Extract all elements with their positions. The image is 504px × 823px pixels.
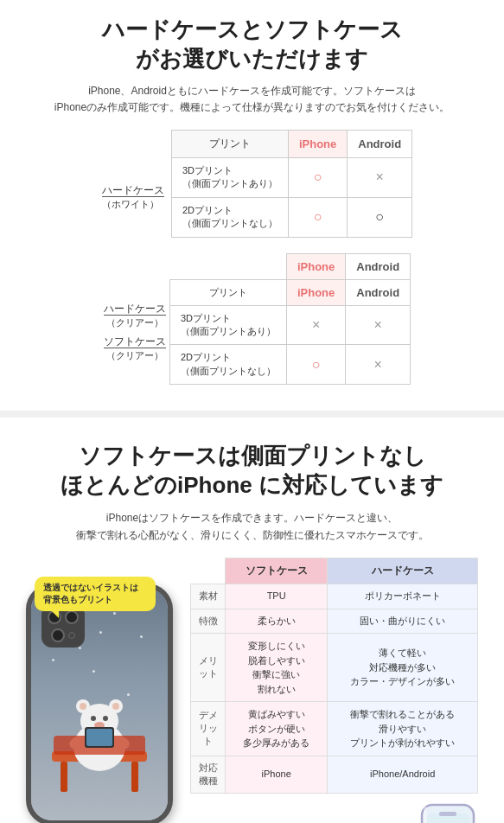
table2-col-android2: Android [346, 279, 411, 305]
clear-phone-mockup [418, 801, 478, 823]
table1-wrapper: プリント iPhone Android ハードケース （ホワイト） 3Dプリント… [17, 130, 487, 238]
phone-screen [31, 589, 168, 820]
table1-col-print: プリント [171, 130, 288, 157]
compare-row-merit: メリット 変形しにくい脱着しやすい衝撃に強い割れない 薄くて軽い対応機種が多いカ… [191, 634, 478, 702]
hard-white-label: ハードケース [102, 184, 164, 197]
merit-soft: 変形しにくい脱着しやすい衝撃に強い割れない [226, 634, 328, 702]
hard-clear-sublabel: （クリアー） [106, 317, 163, 328]
demerit-label: デメリット [191, 702, 226, 756]
device-soft: iPhone [226, 756, 328, 794]
svg-rect-16 [86, 729, 112, 746]
device-hard: iPhone/Android [328, 756, 478, 794]
svg-rect-21 [424, 807, 427, 823]
svg-rect-2 [131, 762, 138, 792]
merit-label: メリット [191, 634, 226, 702]
table2-row2-android-mark: × [373, 357, 381, 372]
table2-col-print-header: プリント [169, 279, 286, 305]
svg-point-8 [112, 703, 119, 710]
svg-rect-1 [61, 762, 67, 792]
table1-row1-iphone-mark: ○ [314, 169, 322, 184]
demerit-hard: 衝撃で割れることがある滑りやすいプリントが剥がれやすい [328, 702, 478, 756]
compare-header-soft: ソフトケース [226, 558, 328, 584]
hard-white-sublabel: （ホワイト） [102, 199, 159, 209]
section2: ソフトケースは側面プリントなしほとんどのiPhone に対応しています iPho… [0, 426, 504, 823]
device-label: 対応機種 [191, 756, 226, 794]
camera-lens-2 [65, 610, 79, 624]
table2-row1-android-mark: × [373, 317, 381, 332]
bear-svg [35, 673, 164, 812]
compare-col: ソフトケース ハードケース 素材 TPU ポリカーボネート 特徴 柔らかい 固い… [190, 558, 478, 823]
camera-flash [68, 632, 75, 639]
phone-wrapper: 透過ではないイラストは 背景色もプリント [26, 584, 182, 823]
compare-header-hard: ハードケース [328, 558, 478, 584]
feature-soft: 柔らかい [226, 609, 328, 633]
table2-col-iphone2: iPhone [286, 279, 345, 305]
table1-col-iphone: iPhone [288, 130, 347, 157]
section1: ハードケースとソフトケースがお選びいただけます iPhone、Androidとも… [0, 0, 504, 402]
speech-bubble-top: 透過ではないイラストは 背景色もプリント [35, 577, 156, 611]
table2-row2-iphone-mark: ○ [312, 357, 321, 372]
feature-label: 特徴 [191, 609, 226, 633]
merit-hard: 薄くて軽い対応機種が多いカラー・デザインが多い [328, 634, 478, 702]
phone-mockup [26, 584, 173, 823]
svg-point-7 [80, 703, 86, 710]
table2-col-android: Android [346, 253, 411, 279]
material-hard: ポリカーボネート [328, 584, 478, 609]
table1-col-android: Android [348, 130, 412, 157]
table1-row1-print: 3Dプリント（側面プリントあり） [171, 157, 288, 197]
compare-row-device: 対応機種 iPhone iPhone/Android [191, 756, 478, 794]
soft-clear-sublabel: （クリアー） [106, 350, 163, 360]
soft-clear-label: ソフトケース [104, 335, 166, 348]
compare-table: ソフトケース ハードケース 素材 TPU ポリカーボネート 特徴 柔らかい 固い… [190, 558, 478, 794]
table2-row1-iphone-mark: × [312, 317, 320, 332]
material-soft: TPU [226, 584, 328, 609]
compare-row-demerit: デメリット 黄ばみやすいボタンが硬い多少厚みがある 衝撃で割れることがある滑りや… [191, 702, 478, 756]
section2-desc: iPhoneはソフトケースを作成できます。ハードケースと違い、衝撃で割れる心配が… [17, 509, 487, 545]
bear-illustration [35, 673, 164, 812]
bottom-section: 透過ではないイラストは 背景色もプリント [17, 558, 487, 823]
compare-row-material: 素材 TPU ポリカーボネート [191, 584, 478, 609]
feature-hard: 固い・曲がりにくい [328, 609, 478, 633]
section2-title: ソフトケースは側面プリントなしほとんどのiPhone に対応しています [17, 442, 487, 501]
clear-phone-wrapper [190, 801, 478, 823]
phone-column: 透過ではないイラストは 背景色もプリント [26, 558, 182, 823]
table1-row2-android-mark: ○ [375, 209, 384, 224]
case-table2: iPhone Android ハードケース （クリアー） ソフトケース （クリア… [93, 253, 411, 386]
svg-point-9 [91, 716, 96, 721]
table1-row2-iphone-mark: ○ [314, 209, 322, 224]
clear-phone-svg [418, 801, 478, 823]
table1-row2-print: 2Dプリント（側面プリントなし） [171, 197, 288, 237]
section1-desc: iPhone、Androidともにハードケースを作成可能です。ソフトケースはiP… [17, 83, 487, 116]
section1-title: ハードケースとソフトケースがお選びいただけます [17, 16, 487, 74]
material-label: 素材 [191, 584, 226, 609]
camera-lens-3 [51, 628, 65, 642]
svg-rect-19 [439, 812, 456, 816]
hard-clear-label: ハードケース [104, 303, 166, 316]
svg-point-10 [103, 716, 108, 721]
demerit-soft: 黄ばみやすいボタンが硬い多少厚みがある [226, 702, 328, 756]
table2-wrapper: iPhone Android ハードケース （クリアー） ソフトケース （クリア… [17, 253, 487, 386]
case-table1: プリント iPhone Android ハードケース （ホワイト） 3Dプリント… [92, 130, 412, 238]
compare-row-feature: 特徴 柔らかい 固い・曲がりにくい [191, 609, 478, 633]
table2-col-iphone: iPhone [286, 253, 345, 279]
table2-row2-print: 2Dプリント（側面プリントなし） [169, 345, 286, 385]
table1-row1-android-mark: × [375, 169, 383, 184]
section-divider [0, 411, 504, 418]
table2-row1-print: 3Dプリント（側面プリントあり） [169, 305, 286, 345]
